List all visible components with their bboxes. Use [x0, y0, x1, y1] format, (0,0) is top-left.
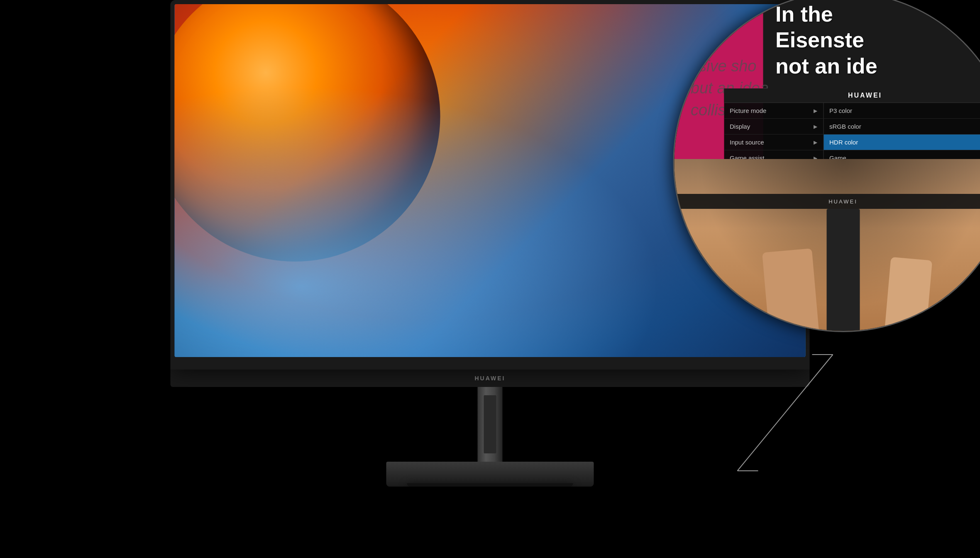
osd-item-game-assist-label: Game assist: [730, 154, 764, 159]
zoom-top-section: In the Eisenste not an ide ssive sho but…: [674, 0, 980, 159]
osd-menu: HUAWEI Picture mode ▶ Display ▶: [724, 88, 980, 159]
osd-item-input-source-arrow: ▶: [814, 140, 817, 145]
zoom-bottom-brand: HUAWEI: [828, 198, 858, 205]
osd-right-menu: P3 color sRGB color HDR color: [824, 103, 980, 159]
zoom-text-line-1: In the: [775, 1, 980, 27]
osd-sub-srgb-color[interactable]: sRGB color: [824, 119, 980, 135]
osd-left-menu: Picture mode ▶ Display ▶ Input source ▶: [724, 103, 824, 159]
zoom-content: In the Eisenste not an ide ssive sho but…: [674, 0, 980, 331]
osd-item-input-source-label: Input source: [730, 139, 764, 146]
osd-sub-p3-label: P3 color: [829, 107, 852, 114]
zoom-bottom-section: HUAWEI: [674, 159, 980, 331]
osd-item-game-assist[interactable]: Game assist ▶: [724, 150, 823, 159]
osd-item-display-arrow: ▶: [814, 124, 817, 130]
monitor-stand-base: [386, 462, 594, 487]
zoom-monitor-stand: [826, 209, 860, 331]
osd-header: HUAWEI: [724, 88, 980, 103]
osd-item-game-assist-arrow: ▶: [814, 155, 817, 159]
zoom-monitor-huawei-bar: HUAWEI: [674, 194, 980, 209]
page-container: HUAWEI In the Eisenste not an ide: [0, 0, 980, 558]
hand-right: [884, 257, 932, 331]
monitor-stand-neck: [478, 387, 503, 462]
osd-sub-game-label: Game: [829, 154, 846, 159]
osd-sub-hdr-color[interactable]: HDR color: [824, 135, 980, 150]
osd-item-picture-mode[interactable]: Picture mode ▶: [724, 103, 823, 119]
osd-item-display-label: Display: [730, 123, 750, 130]
osd-item-picture-mode-label: Picture mode: [730, 107, 766, 114]
osd-body: Picture mode ▶ Display ▶ Input source ▶: [724, 103, 980, 159]
zoom-circle: In the Eisenste not an ide ssive sho but…: [673, 0, 980, 332]
zoom-text-line-2: Eisenste: [775, 27, 980, 53]
monitor-chin: HUAWEI: [171, 370, 810, 387]
osd-item-picture-mode-arrow: ▶: [814, 108, 817, 114]
osd-sub-game[interactable]: Game: [824, 150, 980, 159]
monitor-brand-label: HUAWEI: [475, 375, 506, 382]
hand-left: [762, 248, 819, 331]
zoom-faded-line-1: ssive sho: [691, 55, 980, 77]
osd-sub-p3-color[interactable]: P3 color: [824, 103, 980, 119]
osd-sub-hdr-label: HDR color: [829, 139, 858, 146]
osd-item-display[interactable]: Display ▶: [724, 119, 823, 135]
osd-item-input-source[interactable]: Input source ▶: [724, 135, 823, 150]
osd-sub-srgb-label: sRGB color: [829, 123, 861, 130]
